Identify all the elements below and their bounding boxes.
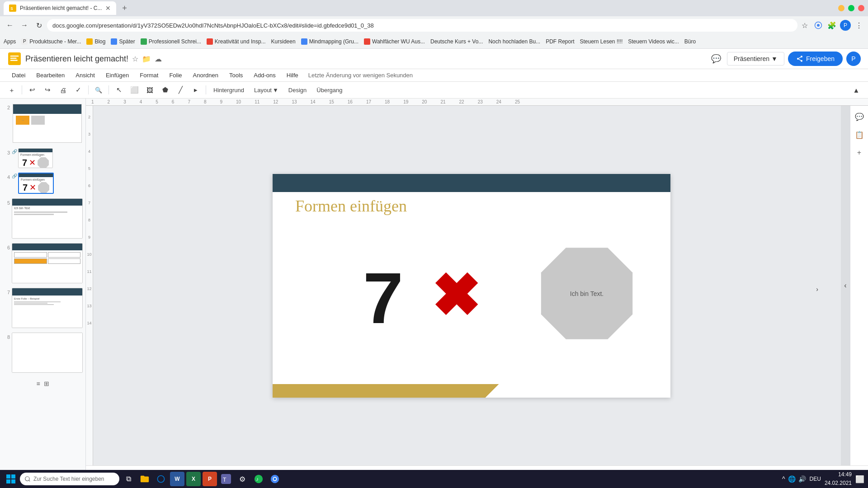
background-button[interactable]: Hintergrund bbox=[210, 85, 248, 95]
bookmark-apps[interactable]: Apps bbox=[4, 38, 16, 45]
add-button[interactable]: + bbox=[5, 84, 18, 96]
bookmark-star-icon[interactable]: ☆ bbox=[799, 20, 810, 31]
bookmark-professionell[interactable]: Professionell Schrei... bbox=[141, 38, 201, 45]
extensions-icon[interactable]: 🧩 bbox=[826, 20, 837, 31]
slide-item-7[interactable]: 7 Erste Folie – Beispiel bbox=[2, 287, 84, 329]
refresh-button[interactable]: ↻ bbox=[33, 19, 45, 32]
bookmark-kursideen[interactable]: Kursideen bbox=[271, 38, 296, 45]
forward-button[interactable]: → bbox=[18, 19, 31, 32]
slide-item-4[interactable]: 4 🔗 Formen einfügen 7 ✕ bbox=[2, 172, 84, 194]
maximize-button[interactable] bbox=[848, 5, 854, 11]
tray-network-icon[interactable]: 🌐 bbox=[788, 475, 796, 483]
undo-button[interactable]: ↩ bbox=[26, 84, 38, 96]
taskbar-app-settings[interactable]: ⚙ bbox=[235, 472, 250, 486]
filmstrip-view-button[interactable]: ⊞ bbox=[44, 380, 49, 387]
collapse-panel-button[interactable]: ▲ bbox=[850, 84, 863, 96]
bookmark-produktsuche[interactable]: P Produktsuche - Mer... bbox=[21, 38, 81, 45]
menu-einfügen[interactable]: Einfügen bbox=[101, 70, 133, 80]
taskbar-app-file-explorer[interactable] bbox=[137, 472, 152, 486]
slide-item-8[interactable]: 8 bbox=[2, 332, 84, 374]
comment-tool[interactable]: ▸ bbox=[189, 84, 202, 96]
redo-button[interactable]: ↪ bbox=[41, 84, 54, 96]
menu-addons[interactable]: Add-ons bbox=[249, 70, 280, 80]
shape-tool[interactable]: ⬟ bbox=[159, 84, 171, 96]
slide-item-3[interactable]: 3 🔗 Formen einfügen 7 ✕ bbox=[2, 147, 84, 169]
slide-shape-container[interactable]: Ich bin Text. bbox=[535, 242, 639, 346]
bookmark-später[interactable]: Später bbox=[111, 38, 135, 45]
slide-title[interactable]: Formen einfügen bbox=[295, 197, 407, 216]
menu-folie[interactable]: Folie bbox=[165, 70, 186, 80]
bookmark-steuern-lesen[interactable]: Steuern Lesen !!!! bbox=[580, 38, 623, 45]
slide-cross-element[interactable]: ✖ bbox=[431, 267, 480, 325]
menu-anordnen[interactable]: Anordnen bbox=[189, 70, 223, 80]
cloud-icon[interactable]: ☁ bbox=[155, 55, 162, 63]
grid-view-button[interactable]: ≡ bbox=[36, 380, 40, 387]
menu-icon[interactable]: ⋮ bbox=[854, 20, 864, 31]
transition-button[interactable]: Übergang bbox=[313, 85, 346, 95]
menu-datei[interactable]: Datei bbox=[7, 70, 30, 80]
user-profile-icon[interactable]: P bbox=[840, 20, 851, 31]
slide-panel[interactable]: 2 → 3 🔗 bbox=[0, 99, 86, 488]
taskbar-app-chrome[interactable] bbox=[268, 472, 282, 486]
cursor-tool[interactable]: ↖ bbox=[113, 84, 125, 96]
taskbar-task-view[interactable]: ⧉ bbox=[121, 472, 136, 486]
menu-format[interactable]: Format bbox=[135, 70, 163, 80]
slide-thumb-8[interactable] bbox=[12, 333, 83, 373]
canvas-scroll[interactable]: Formen einfügen 7 ✖ bbox=[93, 106, 850, 465]
folder-icon[interactable]: 📁 bbox=[142, 55, 151, 63]
bookmark-hochladen[interactable]: Noch hochladen Bu... bbox=[488, 38, 540, 45]
design-button[interactable]: Design bbox=[285, 85, 310, 95]
tray-chevron[interactable]: ^ bbox=[782, 475, 785, 483]
slide-number-element[interactable]: 7 bbox=[363, 262, 403, 334]
expand-panel-button[interactable]: ‹ bbox=[841, 106, 850, 465]
minimize-button[interactable] bbox=[838, 5, 844, 11]
new-tab-button[interactable]: + bbox=[118, 2, 131, 14]
notification-button[interactable]: ⬜ bbox=[855, 475, 864, 483]
menu-ansicht[interactable]: Ansicht bbox=[71, 70, 99, 80]
bookmark-kreativität[interactable]: Kreativität und Insp... bbox=[207, 38, 266, 45]
print-button[interactable]: 🖨 bbox=[57, 84, 69, 96]
menu-hilfe[interactable]: Hilfe bbox=[282, 70, 303, 80]
bookmark-blog[interactable]: Blog bbox=[86, 38, 105, 45]
text-box-tool[interactable]: ⬜ bbox=[128, 84, 141, 96]
zoom-button[interactable]: 🔍 bbox=[92, 84, 105, 96]
taskbar-app-word[interactable]: W bbox=[170, 472, 184, 486]
bookmark-pdf[interactable]: PDF Report bbox=[546, 38, 574, 45]
layout-button[interactable]: Layout ▼ bbox=[250, 85, 282, 95]
back-button[interactable]: ← bbox=[4, 19, 16, 32]
slide-thumb-5[interactable]: Ich bin Text bbox=[12, 198, 83, 239]
tray-speaker-icon[interactable]: 🔊 bbox=[798, 475, 806, 483]
slide-item-6[interactable]: 6 bbox=[2, 242, 84, 284]
google-lens-icon[interactable] bbox=[813, 20, 824, 31]
bookmark-deutsche[interactable]: Deutsche Kurs + Vo... bbox=[430, 38, 483, 45]
slide-thumb-4[interactable]: Formen einfügen 7 ✕ bbox=[18, 173, 54, 193]
taskbar-app-teams[interactable]: T bbox=[219, 472, 233, 486]
slide-item-2[interactable]: 2 → bbox=[2, 102, 84, 145]
active-tab[interactable]: S Präsentieren leicht gemacht! - C... ✕ bbox=[4, 1, 116, 15]
sidebar-notes-button[interactable]: 📋 bbox=[852, 127, 867, 142]
tab-close-button[interactable]: ✕ bbox=[105, 5, 111, 12]
bookmark-steuern-videos[interactable]: Steuern Videos wic... bbox=[628, 38, 679, 45]
slide-thumb-3[interactable]: Formen einfügen 7 ✕ bbox=[18, 148, 53, 168]
taskbar-app-edge[interactable] bbox=[154, 472, 168, 486]
close-window-button[interactable] bbox=[858, 5, 864, 11]
star-icon[interactable]: ☆ bbox=[132, 55, 138, 63]
slide-thumb-6[interactable] bbox=[12, 243, 83, 283]
spellcheck-button[interactable]: ✓ bbox=[72, 84, 85, 96]
taskbar-app-excel[interactable]: X bbox=[186, 472, 201, 486]
sidebar-plus-button[interactable]: + bbox=[852, 145, 867, 160]
line-tool[interactable]: ╱ bbox=[174, 84, 187, 96]
bookmark-wahlfächer[interactable]: Wahlfächer WU Aus... bbox=[364, 38, 425, 45]
taskbar-app-spotify[interactable]: ♪ bbox=[251, 472, 266, 486]
bookmark-mindmapping[interactable]: Mindmapping (Gru... bbox=[301, 38, 359, 45]
windows-start-button[interactable] bbox=[4, 472, 18, 486]
address-input[interactable] bbox=[47, 19, 797, 32]
image-tool[interactable]: 🖼 bbox=[143, 84, 156, 96]
slide-item-5[interactable]: 5 Ich bin Text bbox=[2, 197, 84, 239]
share-button[interactable]: Freigeben bbox=[788, 52, 843, 66]
menu-tools[interactable]: Tools bbox=[225, 70, 247, 80]
bookmark-büro[interactable]: Büro bbox=[684, 38, 696, 45]
slide-thumb-2[interactable]: → bbox=[12, 103, 83, 144]
taskbar-app-powerpoint[interactable]: P bbox=[203, 472, 217, 486]
present-button[interactable]: Präsentieren ▼ bbox=[727, 52, 784, 66]
